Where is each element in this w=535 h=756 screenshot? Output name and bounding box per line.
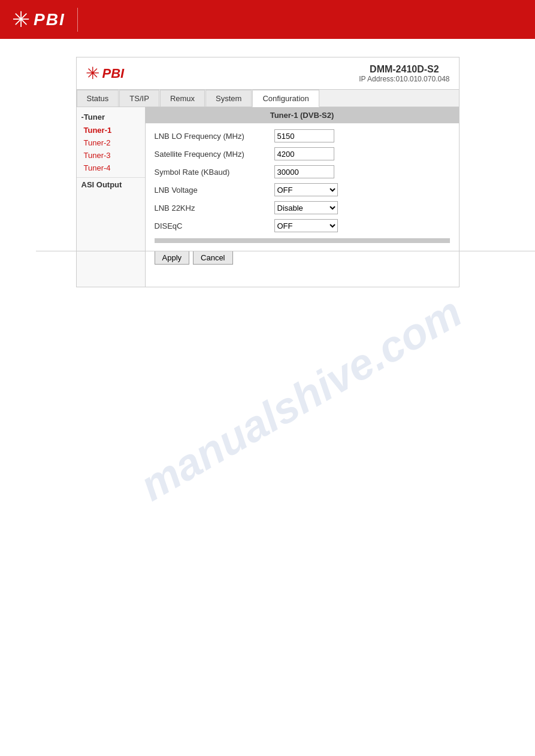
lnb-22khz-label: LNB 22KHz bbox=[155, 204, 274, 212]
header-divider bbox=[77, 8, 78, 32]
device-header: ✳ PBI DMM-2410D-S2 IP Address:010.010.07… bbox=[77, 57, 459, 90]
device-info: DMM-2410D-S2 IP Address:010.010.070.048 bbox=[359, 64, 449, 83]
logo-text: PBI bbox=[34, 10, 65, 29]
sat-freq-label: Satellite Frequency (MHz) bbox=[155, 150, 274, 159]
diseqc-label: DISEqC bbox=[155, 221, 274, 230]
form-panel-title: Tuner-1 (DVB-S2) bbox=[146, 107, 459, 123]
lnb-lo-input[interactable] bbox=[274, 129, 334, 142]
tab-remux[interactable]: Remux bbox=[160, 90, 205, 107]
sidebar-asi-output[interactable]: ASI Output bbox=[77, 177, 145, 190]
device-panel: ✳ PBI DMM-2410D-S2 IP Address:010.010.07… bbox=[76, 57, 460, 287]
form-row-symbol-rate: Symbol Rate (KBaud) bbox=[155, 165, 450, 178]
form-row-lnb-22khz: LNB 22KHz Disable Enable bbox=[155, 201, 450, 214]
apply-button[interactable]: Apply bbox=[155, 251, 190, 265]
lnb-22khz-select[interactable]: Disable Enable bbox=[274, 201, 338, 214]
footer-divider bbox=[36, 251, 535, 251]
device-logo: ✳ PBI bbox=[86, 63, 359, 83]
top-header: ✳ PBI bbox=[0, 0, 535, 39]
sidebar-item-tuner2[interactable]: Tuner-2 bbox=[77, 136, 145, 149]
form-divider bbox=[155, 238, 450, 243]
sat-freq-input[interactable] bbox=[274, 147, 334, 160]
tab-tsip[interactable]: TS/IP bbox=[119, 90, 159, 107]
diseqc-select[interactable]: OFF A B C D bbox=[274, 219, 338, 232]
device-ip: IP Address:010.010.070.048 bbox=[359, 75, 449, 83]
main-content: manualshive.com ✳ PBI DMM-2410D-S2 IP Ad… bbox=[0, 39, 535, 305]
form-row-lnb-voltage: LNB Voltage OFF 13V 18V bbox=[155, 183, 450, 196]
symbol-rate-input[interactable] bbox=[274, 165, 334, 178]
lnb-lo-label: LNB LO Frequency (MHz) bbox=[155, 132, 274, 141]
panel-body: -Tuner Tuner-1 Tuner-2 Tuner-3 Tuner-4 A… bbox=[77, 107, 459, 287]
watermark: manualshive.com bbox=[132, 287, 470, 510]
content-area: Tuner-1 (DVB-S2) LNB LO Frequency (MHz) … bbox=[146, 107, 459, 287]
sidebar-item-tuner4[interactable]: Tuner-4 bbox=[77, 162, 145, 174]
lnb-voltage-select[interactable]: OFF 13V 18V bbox=[274, 183, 338, 196]
sidebar: -Tuner Tuner-1 Tuner-2 Tuner-3 Tuner-4 A… bbox=[77, 107, 146, 287]
symbol-rate-label: Symbol Rate (KBaud) bbox=[155, 168, 274, 177]
tab-configuration[interactable]: Configuration bbox=[252, 90, 319, 107]
lnb-voltage-label: LNB Voltage bbox=[155, 186, 274, 195]
form-row-diseqc: DISEqC OFF A B C D bbox=[155, 219, 450, 232]
tab-status[interactable]: Status bbox=[77, 90, 119, 107]
form-row-lnb-lo: LNB LO Frequency (MHz) bbox=[155, 129, 450, 142]
sidebar-tuner-section: -Tuner bbox=[77, 110, 145, 124]
nav-tabs: Status TS/IP Remux System Configuration bbox=[77, 90, 459, 107]
top-logo: ✳ PBI bbox=[12, 7, 65, 32]
device-model: DMM-2410D-S2 bbox=[359, 64, 449, 75]
sidebar-item-tuner3[interactable]: Tuner-3 bbox=[77, 149, 145, 162]
device-logo-snowflake-icon: ✳ bbox=[86, 63, 99, 83]
sidebar-item-tuner1[interactable]: Tuner-1 bbox=[77, 124, 145, 136]
logo-snowflake-icon: ✳ bbox=[12, 7, 30, 32]
tab-system[interactable]: System bbox=[205, 90, 252, 107]
device-logo-text: PBI bbox=[102, 66, 125, 81]
form-row-sat-freq: Satellite Frequency (MHz) bbox=[155, 147, 450, 160]
cancel-button[interactable]: Cancel bbox=[193, 251, 232, 265]
